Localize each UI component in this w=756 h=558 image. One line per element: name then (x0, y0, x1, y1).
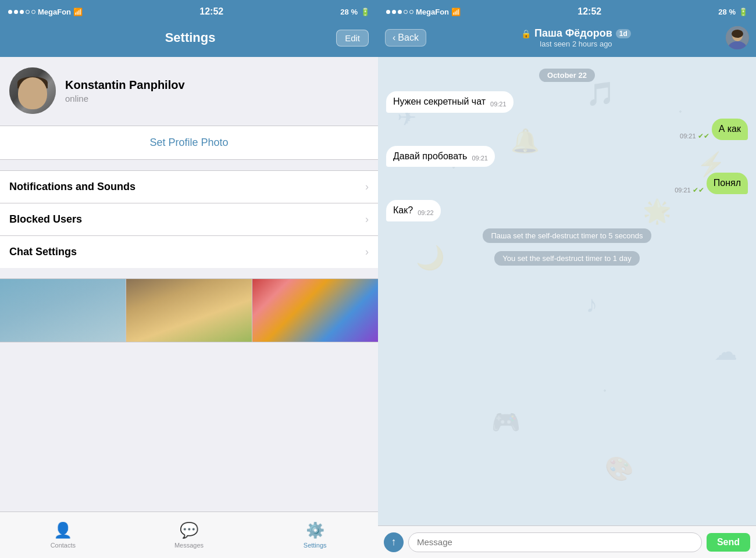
battery-icon: 🔋 (361, 8, 370, 16)
attachment-button[interactable]: ↑ (384, 532, 404, 552)
right-battery-text: 28 % (718, 8, 736, 16)
chat-avatar-inner (726, 26, 749, 49)
rdot5 (409, 10, 413, 14)
system-message-1: Паша set the self-destruct timer to 5 se… (386, 228, 748, 243)
left-time: 12:52 (199, 6, 223, 17)
wifi-icon: 📶 (73, 8, 83, 16)
wallpaper-section (0, 278, 378, 342)
message-row-1: Нужен секретный чат 09:21 (386, 91, 748, 113)
bubble-text-3: Давай пробовать (393, 151, 467, 163)
set-photo-button[interactable]: Set Profile Photo (0, 126, 378, 159)
chat-header-name: 🔒 Паша Фёдоров 1d (521, 27, 631, 40)
left-status-bar-right: 28 % 🔋 (340, 8, 370, 16)
system-bubble-1: Паша set the self-destruct timer to 5 se… (483, 228, 651, 243)
avatar-face (18, 77, 47, 109)
rdot3 (398, 10, 402, 14)
dot4 (26, 10, 30, 14)
left-nav-bar: Settings Edit (0, 23, 378, 57)
system-text-1: Паша set the self-destruct timer to 5 se… (491, 231, 643, 240)
left-panel: MegaFon 📶 12:52 28 % 🔋 Settings Edit Kon… (0, 0, 378, 558)
timer-badge: 1d (616, 29, 631, 38)
tab-bar: 👤 Contacts 💬 Messages ⚙️ Settings (0, 512, 378, 558)
back-label: Back (398, 33, 419, 43)
time-outside-2: 09:21 ✔✔ (680, 132, 709, 140)
rdot1 (386, 10, 390, 14)
check-marks-2: ✔✔ (698, 132, 709, 140)
chevron-notifications: › (365, 181, 369, 193)
message-row-5: Как? 09:22 (386, 200, 748, 221)
settings-notifications-label: Notifications and Sounds (9, 181, 135, 193)
rdot4 (404, 10, 408, 14)
settings-blocked-label: Blocked Users (9, 213, 82, 226)
wallpaper-thumb-1[interactable] (0, 279, 126, 342)
wallpaper-thumb-3[interactable] (252, 279, 378, 342)
chat-header-status: last seen 2 hours ago (540, 40, 612, 48)
bubble-time-5: 09:22 (418, 209, 434, 216)
system-message-2: You set the self-destruct timer to 1 day (386, 251, 748, 266)
settings-item-blocked[interactable]: Blocked Users › (0, 203, 378, 236)
chat-avatar[interactable] (726, 26, 749, 49)
dot2 (14, 10, 18, 14)
rdot2 (392, 10, 396, 14)
tab-settings[interactable]: ⚙️ Settings (252, 521, 378, 549)
chat-header-info: 🔒 Паша Фёдоров 1d last seen 2 hours ago (431, 27, 721, 48)
check-marks-4: ✔✔ (693, 186, 704, 194)
tab-contacts[interactable]: 👤 Contacts (0, 521, 126, 549)
settings-item-notifications[interactable]: Notifications and Sounds › (0, 171, 378, 203)
contacts-icon: 👤 (54, 521, 72, 539)
edit-button[interactable]: Edit (336, 30, 369, 46)
message-row-2: 09:21 ✔✔ А как (386, 119, 748, 140)
tab-messages[interactable]: 💬 Messages (126, 521, 252, 549)
dot1 (8, 10, 12, 14)
system-text-2: You set the self-destruct timer to 1 day (502, 254, 631, 263)
profile-name: Konstantin Panphilov (65, 78, 185, 92)
settings-chat-label: Chat Settings (9, 246, 77, 258)
right-signal-dots (386, 10, 413, 14)
chat-contact-name: Паша Фёдоров (534, 27, 612, 40)
dot5 (31, 10, 35, 14)
settings-icon: ⚙️ (306, 521, 324, 539)
messages-area[interactable]: October 22 Нужен секретный чат 09:21 09:… (378, 57, 756, 525)
messages-label: Messages (174, 542, 204, 549)
chevron-chat: › (365, 246, 369, 258)
bubble-2: А как (712, 119, 748, 140)
bubble-text-1: Нужен секретный чат (393, 96, 486, 108)
right-panel: ✈ 🎵 ⚡ 🌙 ☁ 🎮 🔔 ♪ 🌟 🎨 MegaFon 📶 12:52 28 %… (378, 0, 756, 558)
back-arrow-icon: ‹ (393, 33, 395, 43)
message-input[interactable] (408, 532, 702, 552)
bubble-text-5: Как? (393, 205, 413, 217)
profile-info: Konstantin Panphilov online (65, 78, 185, 103)
right-carrier: MegaFon (416, 8, 449, 16)
avatar-inner (9, 67, 56, 114)
dot3 (20, 10, 24, 14)
send-button[interactable]: Send (707, 533, 750, 552)
right-wifi-icon: 📶 (451, 8, 461, 16)
avatar (9, 67, 56, 114)
right-status-bar: MegaFon 📶 12:52 28 % 🔋 (378, 0, 756, 23)
bubble-text-4: Понял (714, 177, 741, 189)
chat-nav-bar: ‹ Back 🔒 Паша Фёдоров 1d last seen 2 hou… (378, 23, 756, 57)
profile-status: online (65, 94, 185, 103)
bubble-time-1: 09:21 (490, 101, 507, 108)
left-status-bar-left: MegaFon 📶 (8, 8, 83, 16)
left-nav-title: Settings (165, 30, 216, 45)
signal-dots (8, 10, 35, 14)
set-photo-section[interactable]: Set Profile Photo (0, 126, 378, 160)
settings-item-chat[interactable]: Chat Settings › (0, 236, 378, 268)
back-button[interactable]: ‹ Back (385, 29, 426, 46)
date-separator: October 22 (386, 69, 748, 82)
bubble-text-2: А как (719, 123, 741, 135)
input-bar: ↑ Send (378, 525, 756, 558)
wallpaper-thumb-2[interactable] (126, 279, 252, 342)
right-time: 12:52 (577, 6, 601, 17)
left-status-bar: MegaFon 📶 12:52 28 % 🔋 (0, 0, 378, 23)
messages-icon: 💬 (180, 521, 198, 539)
right-status-bar-left: MegaFon 📶 (386, 8, 461, 16)
bubble-time-3: 09:21 (472, 155, 488, 162)
time-outside-4: 09:21 ✔✔ (675, 186, 704, 194)
right-status-bar-right: 28 % 🔋 (718, 8, 748, 16)
chevron-blocked: › (365, 213, 369, 226)
bubble-1: Нужен секретный чат 09:21 (386, 91, 513, 113)
bubble-5: Как? 09:22 (386, 200, 441, 221)
battery-text: 28 % (340, 8, 358, 16)
